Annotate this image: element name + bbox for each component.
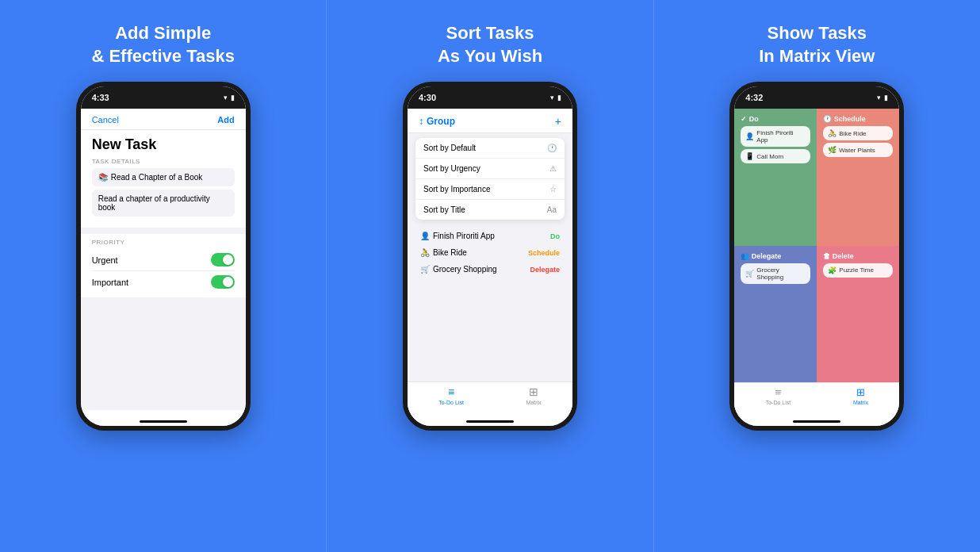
sort-default-label: Sort by Default (423, 144, 476, 152)
matrix-grid: ✓ Do 👤 Finish Piroriti App 📱 Call Mom 🕐 … (734, 109, 899, 382)
sort-default-row[interactable]: Sort by Default 🕐 (415, 138, 565, 159)
wifi-icon: ▾ (224, 94, 228, 102)
task-details-label: TASK DETAILS (92, 158, 235, 165)
schedule-header: 🕐 Schedule (823, 115, 893, 123)
sort-icon: ↕ (419, 116, 423, 127)
priority-important-toggle[interactable] (211, 275, 235, 289)
task-chip[interactable]: 🧩 Puzzle Time (823, 263, 893, 278)
list-item[interactable]: 👤 Finish Piroriti App Do (415, 228, 565, 244)
add-icon[interactable]: + (555, 115, 561, 128)
matrix-cell-schedule[interactable]: 🕐 Schedule 🚴 Bike Ride 🌿 Water Plants (817, 109, 899, 246)
phone1-content: Cancel Add New Task TASK DETAILS 📚 Read … (81, 109, 246, 410)
wifi-icon: ▾ (550, 94, 554, 102)
tab-todo-label: To-Do List (438, 400, 464, 405)
task-chip[interactable]: 🚴 Bike Ride (823, 126, 893, 140)
battery-icon: ▮ (231, 94, 235, 102)
task-title-field[interactable]: 📚 Read a Chapter of a Book (92, 168, 235, 186)
sort-title-row[interactable]: Sort by Title Aa (415, 200, 565, 220)
task-name: 👤 Finish Piroriti App (420, 232, 495, 240)
tab-matrix[interactable]: ⊞ Matrix (853, 386, 868, 405)
new-task-title: New Task (92, 136, 235, 153)
panel-matrix-view: Show Tasks In Matrix View 4:32 ▾ ▮ ✓ Do … (653, 0, 980, 552)
phone3-content: ✓ Do 👤 Finish Piroriti App 📱 Call Mom 🕐 … (734, 109, 899, 410)
text-icon: Aa (547, 205, 557, 214)
phone2-bottom-bar (408, 410, 572, 426)
phone2-content: ↕ Group + Sort by Default 🕐 Sort by Urge… (408, 109, 572, 410)
clock-icon: 🕐 (547, 144, 557, 152)
list-item[interactable]: 🚴 Bike Ride Schedule (415, 244, 565, 261)
chip-emoji: 👤 (745, 132, 754, 140)
sort-importance-label: Sort by Importance (423, 185, 490, 194)
matrix-cell-delete[interactable]: 🗑 Delete 🧩 Puzzle Time (817, 246, 899, 383)
group-button[interactable]: ↕ Group (419, 116, 455, 127)
phone2-nav: ↕ Group + (408, 109, 572, 133)
chip-label: Grocery Shopping (756, 266, 806, 281)
task-chip[interactable]: 🌿 Water Plants (823, 143, 893, 157)
panel3-title: Show Tasks In Matrix View (759, 22, 875, 67)
priority-urgent-row: Urgent (92, 249, 235, 271)
phone2-status-icons: ▾ ▮ (550, 94, 561, 102)
task-desc-field[interactable]: Read a chapter of a productivity book (92, 190, 235, 217)
phone1-nav: Cancel Add (81, 109, 246, 130)
battery-icon: ▮ (557, 94, 561, 102)
phone3-time: 4:32 (745, 93, 763, 102)
panel-sort-tasks: Sort Tasks As You Wish 4:30 ▾ ▮ ↕ Group … (326, 0, 653, 552)
cancel-button[interactable]: Cancel (92, 115, 119, 125)
chip-label: Bike Ride (839, 130, 866, 137)
list-item[interactable]: 🛒 Grocery Shopping Delegate (415, 261, 565, 278)
task-chip[interactable]: 👤 Finish Piroriti App (741, 126, 810, 147)
phone2-tab-bar: ≡ To-Do List ⊞ Matrix (408, 381, 572, 410)
phone3-status-bar: 4:32 ▾ ▮ (734, 86, 899, 109)
phone2-time: 4:30 (419, 93, 436, 102)
phone1-mockup: 4:33 ▾ ▮ Cancel Add New Task TASK DETAIL… (76, 82, 251, 431)
phone3-status-icons: ▾ ▮ (877, 94, 888, 102)
delete-header: 🗑 Delete (823, 252, 893, 260)
task-badge: Delegate (530, 266, 560, 274)
panel-add-tasks: Add Simple & Effective Tasks 4:33 ▾ ▮ Ca… (0, 0, 326, 552)
sort-urgency-row[interactable]: Sort by Urgency ⚠ (415, 159, 565, 179)
task-name: 🚴 Bike Ride (420, 248, 467, 257)
chip-emoji: 🛒 (745, 270, 754, 278)
phone2-status-bar: 4:30 ▾ ▮ (408, 86, 572, 109)
tab-matrix-label: Matrix (853, 400, 868, 405)
add-button[interactable]: Add (217, 115, 234, 125)
matrix-icon: ⊞ (856, 386, 865, 398)
chip-emoji: 📱 (745, 152, 754, 160)
priority-urgent-toggle[interactable] (211, 253, 235, 266)
matrix-cell-delegate[interactable]: 👥 Delegate 🛒 Grocery Shopping (734, 246, 817, 383)
list-icon: ≡ (448, 385, 454, 398)
delegate-header: 👥 Delegate (741, 252, 810, 260)
phone1-status-bar: 4:33 ▾ ▮ (81, 86, 246, 109)
do-header: ✓ Do (741, 115, 810, 123)
chip-label: Puzzle Time (839, 266, 874, 274)
phone3-tab-bar: ≡ To-Do List ⊞ Matrix (734, 382, 899, 410)
priority-label: PRIORITY (92, 239, 235, 246)
priority-urgent-label: Urgent (92, 255, 118, 265)
tab-matrix[interactable]: ⊞ Matrix (526, 385, 542, 405)
task-title-emoji: 📚 (98, 173, 108, 182)
task-chip[interactable]: 📱 Call Mom (741, 149, 810, 163)
task-name: 🛒 Grocery Shopping (420, 265, 497, 274)
tab-matrix-label: Matrix (526, 400, 542, 405)
wifi-icon: ▾ (877, 94, 881, 102)
chip-label: Finish Piroriti App (756, 129, 806, 144)
tab-todo-list[interactable]: ≡ To-Do List (438, 385, 464, 405)
sort-urgency-label: Sort by Urgency (423, 164, 480, 173)
task-list: 👤 Finish Piroriti App Do 🚴 Bike Ride Sch… (408, 224, 572, 281)
chip-emoji: 🚴 (828, 129, 836, 137)
new-task-section: New Task TASK DETAILS 📚 Read a Chapter o… (81, 130, 246, 228)
matrix-cell-do[interactable]: ✓ Do 👤 Finish Piroriti App 📱 Call Mom (734, 109, 817, 246)
sort-importance-row[interactable]: Sort by Importance ☆ (415, 179, 565, 200)
task-title-text: Read a Chapter of a Book (111, 173, 203, 182)
task-badge: Schedule (528, 249, 560, 257)
task-desc-text: Read a chapter of a productivity book (98, 194, 228, 212)
priority-important-row: Important (92, 271, 235, 293)
task-chip[interactable]: 🛒 Grocery Shopping (741, 263, 810, 284)
tab-todo-list[interactable]: ≡ To-Do List (766, 386, 791, 405)
home-indicator (793, 420, 840, 423)
group-label: Group (427, 116, 455, 127)
sort-menu: Sort by Default 🕐 Sort by Urgency ⚠ Sort… (415, 138, 565, 220)
chip-emoji: 🧩 (828, 266, 836, 274)
panel1-title: Add Simple & Effective Tasks (91, 22, 235, 67)
task-emoji: 🛒 (420, 265, 430, 274)
